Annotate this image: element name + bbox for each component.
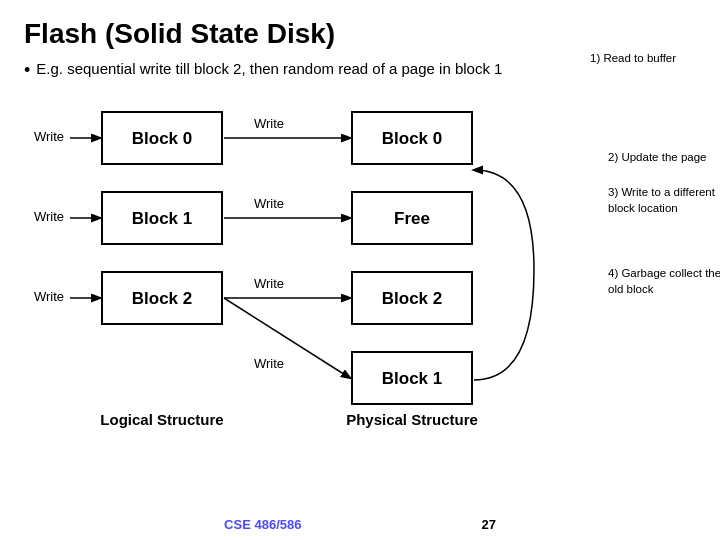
main-content: Write Write Write Block 0 Block 1 Block … <box>24 90 696 470</box>
annotation-2: 2) Update the page <box>608 150 720 166</box>
svg-text:Block 2: Block 2 <box>132 289 192 308</box>
svg-text:Write: Write <box>34 209 64 224</box>
svg-text:Write: Write <box>254 116 284 131</box>
svg-text:Block 2: Block 2 <box>382 289 442 308</box>
svg-text:Block 1: Block 1 <box>382 369 442 388</box>
svg-text:Write: Write <box>254 276 284 291</box>
annotation-3: 3) Write to a different block location <box>608 185 720 216</box>
svg-text:Free: Free <box>394 209 430 228</box>
annotation-3-label: 3) Write to a different block location <box>608 186 715 214</box>
page: Flash (Solid State Disk) • E.g. sequenti… <box>0 0 720 540</box>
bullet-text: E.g. sequential write till block 2, then… <box>36 60 502 77</box>
svg-text:Block 1: Block 1 <box>132 209 192 228</box>
svg-text:Physical Structure: Physical Structure <box>346 411 478 428</box>
svg-text:Write: Write <box>34 129 64 144</box>
annotation-2-label: 2) Update the page <box>608 151 706 163</box>
diagram-svg: Write Write Write Block 0 Block 1 Block … <box>24 90 604 470</box>
annotation-4: 4) Garbage collect the old block <box>608 266 720 297</box>
diagram-area: Write Write Write Block 0 Block 1 Block … <box>24 90 604 470</box>
annotations-panel: 2) Update the page 3) Write to a differe… <box>604 90 720 470</box>
page-title: Flash (Solid State Disk) <box>24 18 696 50</box>
bullet-dot: • <box>24 60 30 82</box>
svg-text:Block 0: Block 0 <box>382 129 442 148</box>
annotation-4-label: 4) Garbage collect the old block <box>608 267 720 295</box>
annotation-1-label: 1) Read to buffer <box>590 52 676 64</box>
footer: CSE 486/586 27 <box>0 517 720 532</box>
footer-page: 27 <box>481 517 495 532</box>
svg-text:Write: Write <box>34 289 64 304</box>
svg-text:Logical Structure: Logical Structure <box>100 411 223 428</box>
annotation-read-buffer: 1) Read to buffer <box>590 52 720 64</box>
footer-cse: CSE 486/586 <box>224 517 301 532</box>
svg-text:Block 0: Block 0 <box>132 129 192 148</box>
svg-text:Write: Write <box>254 356 284 371</box>
svg-text:Write: Write <box>254 196 284 211</box>
svg-line-19 <box>224 298 350 378</box>
